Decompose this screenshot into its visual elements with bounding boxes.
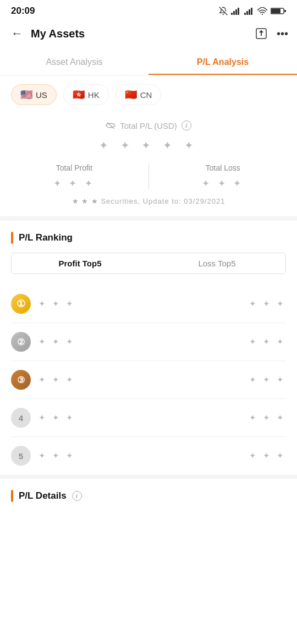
rank-number-5: 5: [19, 451, 23, 461]
total-profit-value: ✦ ✦ ✦: [11, 178, 138, 189]
ranking-header: P/L Ranking: [0, 221, 297, 253]
header: ← My Assets •••: [0, 20, 297, 50]
rank-badge-4: 4: [11, 408, 31, 428]
pl-total-profit-col: Total Profit ✦ ✦ ✦: [0, 163, 149, 189]
ranking-item: ① ✦ ✦ ✦ ✦ ✦ ✦: [11, 285, 286, 323]
pl-label-text: Total P/L (USD): [120, 121, 177, 130]
svg-rect-8: [251, 8, 252, 15]
market-btn-cn[interactable]: 🇨🇳 CN: [116, 84, 162, 105]
market-us-label: US: [36, 90, 47, 100]
rank-value-3: ✦ ✦ ✦: [249, 375, 286, 385]
section-divider-1: [0, 216, 297, 221]
svg-rect-6: [246, 11, 248, 15]
profit-top5-button[interactable]: Profit Top5: [12, 253, 148, 274]
rank-left-2: ② ✦ ✦ ✦: [11, 332, 75, 352]
pl-details-info-icon[interactable]: i: [72, 491, 82, 501]
pl-details-header: P/L Details i: [0, 474, 297, 507]
ranking-accent-bar: [11, 232, 13, 244]
pl-summary: Total P/L (USD) i ✦ ✦ ✦ ✦ ✦ Total Profit…: [0, 110, 297, 211]
market-cn-label: CN: [140, 90, 152, 100]
header-left: ← My Assets: [9, 24, 85, 43]
cn-flag-icon: 🇨🇳: [125, 89, 137, 101]
svg-rect-7: [249, 9, 250, 15]
ranking-section: P/L Ranking Profit Top5 Loss Top5 ① ✦ ✦ …: [0, 221, 297, 474]
rank-number-1: ①: [16, 298, 25, 310]
rank-badge-2: ②: [11, 332, 31, 352]
total-loss-value: ✦ ✦ ✦: [160, 178, 287, 189]
hk-flag-icon: 🇭🇰: [73, 89, 85, 101]
market-btn-us[interactable]: 🇺🇸 US: [11, 84, 57, 105]
total-loss-label: Total Loss: [160, 163, 287, 172]
rank-name-4: ✦ ✦ ✦: [38, 413, 75, 423]
market-btn-hk[interactable]: 🇭🇰 HK: [63, 84, 109, 105]
svg-point-9: [262, 14, 263, 15]
svg-rect-2: [233, 11, 235, 15]
pl-total-label: Total P/L (USD) i: [0, 121, 297, 130]
back-button[interactable]: ←: [9, 24, 25, 43]
rank-left-1: ① ✦ ✦ ✦: [11, 294, 75, 314]
ranking-item: 4 ✦ ✦ ✦ ✦ ✦ ✦: [11, 399, 286, 437]
ranking-item: ③ ✦ ✦ ✦ ✦ ✦ ✦: [11, 361, 286, 399]
rank-name-5: ✦ ✦ ✦: [38, 451, 75, 461]
svg-rect-5: [244, 13, 246, 15]
rank-number-3: ③: [17, 375, 25, 385]
rank-value-4: ✦ ✦ ✦: [249, 413, 286, 423]
wifi-icon: [257, 7, 267, 15]
battery-icon: [271, 7, 286, 15]
rank-number-2: ②: [17, 337, 25, 347]
rank-badge-1: ①: [11, 294, 31, 314]
rank-name-1: ✦ ✦ ✦: [38, 299, 75, 309]
share-icon[interactable]: [255, 27, 268, 40]
rank-value-2: ✦ ✦ ✦: [249, 337, 286, 347]
market-hk-label: HK: [88, 90, 100, 100]
page-title: My Assets: [31, 28, 85, 40]
rank-left-5: 5 ✦ ✦ ✦: [11, 446, 75, 466]
svg-rect-1: [231, 13, 233, 15]
tab-bar: Asset Analysis P/L Analysis: [0, 50, 297, 75]
status-icons: [219, 7, 286, 15]
header-right: •••: [255, 27, 288, 40]
ranking-item: ② ✦ ✦ ✦ ✦ ✦ ✦: [11, 323, 286, 361]
status-bar: 20:09: [0, 0, 297, 20]
pl-main-value: ✦ ✦ ✦ ✦ ✦: [0, 138, 297, 152]
ranking-title: P/L Ranking: [19, 232, 73, 243]
pl-details-title: P/L Details: [19, 490, 67, 501]
signal1-icon: [231, 7, 241, 15]
rank-value-5: ✦ ✦ ✦: [249, 451, 286, 461]
total-profit-label: Total Profit: [11, 163, 138, 172]
rank-number-4: 4: [19, 413, 23, 423]
rank-value-1: ✦ ✦ ✦: [249, 299, 286, 309]
pl-details-accent-bar: [11, 490, 13, 502]
more-menu-button[interactable]: •••: [277, 28, 288, 40]
ranking-item: 5 ✦ ✦ ✦ ✦ ✦ ✦: [11, 437, 286, 474]
status-time: 20:09: [11, 6, 35, 17]
svg-rect-12: [284, 10, 286, 12]
rank-badge-5: 5: [11, 446, 31, 466]
loss-top5-button[interactable]: Loss Top5: [148, 253, 285, 274]
pl-info-icon[interactable]: i: [182, 121, 191, 130]
pl-profit-loss-row: Total Profit ✦ ✦ ✦ Total Loss ✦ ✦ ✦: [0, 163, 297, 189]
svg-rect-3: [235, 9, 237, 15]
ranking-list: ① ✦ ✦ ✦ ✦ ✦ ✦ ② ✦ ✦ ✦ ✦ ✦ ✦: [0, 285, 297, 474]
rank-left-4: 4 ✦ ✦ ✦: [11, 408, 75, 428]
eye-hide-icon[interactable]: [106, 122, 116, 129]
svg-rect-11: [271, 9, 280, 13]
tab-asset-analysis[interactable]: Asset Analysis: [0, 50, 148, 75]
pl-update-text: ★ ★ ★ Securities, Update to: 03/29/2021: [0, 197, 297, 205]
rank-badge-3: ③: [11, 370, 31, 390]
rank-left-3: ③ ✦ ✦ ✦: [11, 370, 75, 390]
rank-name-3: ✦ ✦ ✦: [38, 375, 75, 385]
rank-name-2: ✦ ✦ ✦: [38, 337, 75, 347]
us-flag-icon: 🇺🇸: [20, 89, 32, 101]
signal2-icon: [244, 7, 254, 15]
svg-rect-4: [238, 8, 239, 15]
pl-total-loss-col: Total Loss ✦ ✦ ✦: [149, 163, 298, 189]
market-selector: 🇺🇸 US 🇭🇰 HK 🇨🇳 CN: [0, 75, 297, 110]
top5-toggle: Profit Top5 Loss Top5: [11, 253, 286, 274]
svg-line-0: [219, 7, 228, 15]
tab-pl-analysis[interactable]: P/L Analysis: [148, 50, 297, 75]
bell-muted-icon: [219, 7, 228, 15]
